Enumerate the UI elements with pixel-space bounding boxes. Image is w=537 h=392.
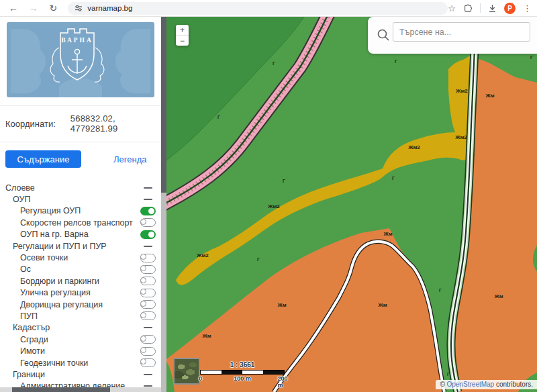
layer-label: Скоростен релсов транспорт [0,218,140,228]
zone-label: Г [273,61,275,66]
layer-row: Ос [0,264,161,275]
layer-toggle[interactable] [140,254,156,262]
layer-row: Кадастър [0,322,161,334]
layer-row: Осеви точки [0,252,161,263]
layer-row: Слоеве [0,182,161,193]
collapse-icon[interactable] [144,246,152,247]
zone-label: Жм2 [455,88,468,94]
zone-label: Жм [493,293,503,299]
layer-label: Улична регулация [0,288,140,297]
openstreetmap-link[interactable]: OpenStreetMap [447,381,495,388]
reload-icon[interactable]: ↻ [46,1,62,15]
layer-toggle[interactable] [140,277,156,285]
layer-row: Регулация ОУП [0,205,161,217]
zone-label: Г [439,288,442,293]
zone-label: Жм [377,302,387,308]
layer-toggle[interactable] [140,347,156,356]
zone-label: Г [447,372,450,377]
layer-toggle[interactable] [140,300,156,309]
zone-label: Жм [201,333,211,339]
layer-row: Граници [0,369,161,380]
forward-icon[interactable]: → [26,1,42,15]
layer-row: ПУП [0,310,161,322]
layer-row: Бордюри и паркинги [0,275,161,287]
layer-label: ОУП на гр. Варна [0,230,140,239]
profile-avatar[interactable]: P [504,3,516,14]
zoom-out-button[interactable]: − [176,36,189,46]
zone-label: Г [217,115,220,119]
scale-label-200: 200 m [277,375,287,389]
layer-row: Дворищна регулация [0,299,161,310]
search-icon [377,28,390,44]
map-attribution: © OpenStreetMap contributors. [436,380,537,389]
divider [0,142,161,142]
layer-label: Дворищна регулация [0,300,140,309]
layer-toggle[interactable] [140,230,156,239]
zoom-in-button[interactable]: + [176,25,189,35]
layer-toggle[interactable] [140,218,156,227]
menu-kebab-icon[interactable]: ⋮ [523,3,532,13]
logo-text: ВАРНА [61,37,93,44]
url-text: varnamap.bg [87,4,132,12]
zone-label: Жм2 [267,203,280,209]
url-bar[interactable]: varnamap.bg [68,2,448,15]
zone-label: Жм [383,231,392,237]
layer-label: Кадастър [0,323,140,332]
scale-label-100: 100 m [234,375,251,382]
collapse-icon[interactable] [144,327,152,328]
collapse-icon[interactable] [144,374,152,375]
collapse-icon[interactable] [144,199,152,200]
zoning-map: ГГГГГГГГГЖм2Жм2Жм2Жм2Жм2ЖмЖмЖмЖмЖмЖм [166,17,537,392]
content-tab-button[interactable]: Съдържание [5,150,81,168]
layer-label: ОУП [0,195,140,204]
layer-row: Геодезични точки [0,357,161,369]
sidebar-vertical-scrollbar[interactable] [161,17,166,392]
zone-label: Г [283,179,285,183]
layer-row: Сгради [0,334,161,345]
overview-minimap[interactable] [173,358,200,385]
layer-toggle[interactable] [140,289,156,297]
search-input[interactable] [393,22,530,42]
varna-coat-of-arms: ВАРНА [7,22,154,97]
bookmark-star-icon[interactable]: ☆ [448,3,456,13]
layer-row: Регулации и ПУП и ПУР [0,240,161,252]
browser-toolbar: ← → ↻ varnamap.bg ☆ P ⋮ [0,0,537,17]
map-canvas[interactable]: ГГГГГГГГГЖм2Жм2Жм2Жм2Жм2ЖмЖмЖмЖмЖмЖм + −… [166,17,537,392]
layer-toggle[interactable] [140,207,156,215]
zone-label: Г [392,176,395,181]
layer-toggle[interactable] [140,265,156,274]
extensions-icon[interactable] [463,3,473,13]
scale-ratio: 1 : 3661 [200,361,285,369]
layer-row: Улична регулация [0,287,161,299]
sidebar-horizontal-scrollbar[interactable] [0,387,161,392]
scrollbar-thumb[interactable] [161,17,166,193]
layer-label: Слоеве [0,183,140,193]
zone-label: Жм2 [407,144,420,150]
layer-label: ПУП [0,311,140,321]
layer-tree: СлоевеОУПРегулация ОУПСкоростен релсов т… [0,182,161,392]
scrollbar-thumb[interactable] [12,387,110,392]
layer-row: ОУП [0,193,161,205]
zone-label: Жм2 [196,252,209,258]
zone-label: Жм [485,93,494,99]
back-icon[interactable]: ← [5,1,21,15]
collapse-icon[interactable] [144,187,152,189]
layer-label: Регулация ОУП [0,206,140,215]
layer-row: ОУП на гр. Варна [0,229,161,240]
zone-label: Г [257,257,260,262]
downloads-icon[interactable] [488,4,497,13]
zoom-control: + − [176,25,189,46]
attribution-prefix: © [440,381,446,388]
legend-tab-button[interactable]: Легенда [113,154,146,164]
zone-label: Г [530,55,533,60]
layer-toggle[interactable] [140,335,156,344]
layer-label: Имоти [0,346,140,356]
layer-toggle[interactable] [140,358,156,367]
zone-label: Жм2 [454,134,467,140]
layer-label: Геодезични точки [0,358,140,368]
coordinates-label: Координати: [5,119,56,129]
site-info-icon[interactable] [75,4,83,12]
layer-row: Скоростен релсов транспорт [0,217,161,228]
layer-toggle[interactable] [140,311,156,320]
layer-label: Бордюри и паркинги [0,277,140,286]
